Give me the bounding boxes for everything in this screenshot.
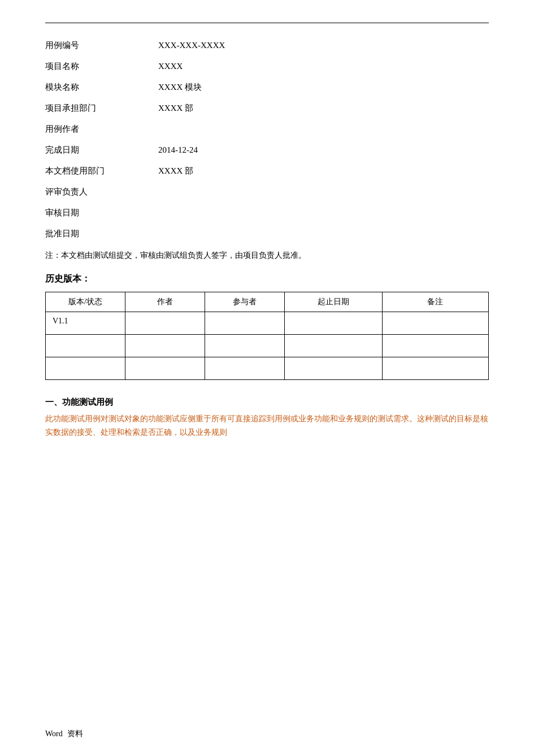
table-row: V1.1 bbox=[46, 312, 489, 335]
info-row: 完成日期2014-12-24 bbox=[45, 145, 489, 155]
info-row: 审核日期 bbox=[45, 208, 489, 218]
table-cell-2-3 bbox=[285, 357, 382, 380]
info-row: 项目名称XXXX bbox=[45, 61, 489, 72]
info-section: 用例编号XXX-XXX-XXXX项目名称XXXX模块名称XXXX 模块项目承担部… bbox=[45, 40, 489, 239]
table-cell-0-3 bbox=[285, 312, 382, 335]
info-label-0: 用例编号 bbox=[45, 40, 158, 51]
info-label-7: 评审负责人 bbox=[45, 187, 158, 197]
info-row: 模块名称XXXX 模块 bbox=[45, 82, 489, 93]
main-section-body: 此功能测试用例对测试对象的功能测试应侧重于所有可直接追踪到用例或业务功能和业务规… bbox=[45, 412, 489, 439]
footer-area: Word 资料 bbox=[45, 729, 83, 739]
table-cell-0-0: V1.1 bbox=[46, 312, 125, 335]
footer-resource: 资料 bbox=[67, 729, 83, 739]
info-label-9: 批准日期 bbox=[45, 228, 158, 239]
page: 用例编号XXX-XXX-XXXX项目名称XXXX模块名称XXXX 模块项目承担部… bbox=[0, 0, 534, 756]
info-label-6: 本文档使用部门 bbox=[45, 166, 158, 176]
note-label: 注：本文档由测试组提交，审核由测试组负责人签字，由项目负责人批准。 bbox=[45, 251, 306, 260]
table-cell-1-2 bbox=[205, 335, 285, 357]
info-value-1: XXXX bbox=[158, 62, 183, 71]
history-table: 版本/状态 作者 参与者 起止日期 备注 V1.1 bbox=[45, 292, 489, 380]
col-header-note: 备注 bbox=[382, 292, 488, 312]
info-label-1: 项目名称 bbox=[45, 61, 158, 72]
info-value-5: 2014-12-24 bbox=[158, 145, 198, 155]
info-label-2: 模块名称 bbox=[45, 82, 158, 93]
note-row: 注：本文档由测试组提交，审核由测试组负责人签字，由项目负责人批准。 bbox=[45, 249, 489, 262]
table-cell-1-4 bbox=[382, 335, 488, 357]
table-cell-2-4 bbox=[382, 357, 488, 380]
footer-word: Word bbox=[45, 729, 63, 738]
info-value-6: XXXX 部 bbox=[158, 166, 193, 176]
col-header-version: 版本/状态 bbox=[46, 292, 125, 312]
info-row: 用例编号XXX-XXX-XXXX bbox=[45, 40, 489, 51]
table-cell-0-4 bbox=[382, 312, 488, 335]
info-row: 本文档使用部门XXXX 部 bbox=[45, 166, 489, 176]
history-title: 历史版本： bbox=[45, 273, 489, 285]
info-label-4: 用例作者 bbox=[45, 124, 158, 135]
table-cell-1-3 bbox=[285, 335, 382, 357]
info-row: 评审负责人 bbox=[45, 187, 489, 197]
table-row bbox=[46, 357, 489, 380]
table-cell-2-0 bbox=[46, 357, 125, 380]
info-value-2: XXXX 模块 bbox=[158, 82, 202, 93]
info-row: 用例作者 bbox=[45, 124, 489, 135]
info-value-0: XXX-XXX-XXXX bbox=[158, 41, 225, 50]
table-row bbox=[46, 335, 489, 357]
col-header-participants: 参与者 bbox=[205, 292, 285, 312]
table-cell-2-2 bbox=[205, 357, 285, 380]
col-header-author: 作者 bbox=[125, 292, 205, 312]
top-divider bbox=[45, 23, 489, 23]
info-row: 项目承担部门XXXX 部 bbox=[45, 103, 489, 114]
table-cell-1-0 bbox=[46, 335, 125, 357]
table-cell-0-1 bbox=[125, 312, 205, 335]
col-header-date: 起止日期 bbox=[285, 292, 382, 312]
info-value-3: XXXX 部 bbox=[158, 103, 193, 114]
table-cell-0-2 bbox=[205, 312, 285, 335]
info-label-3: 项目承担部门 bbox=[45, 103, 158, 114]
table-cell-1-1 bbox=[125, 335, 205, 357]
main-section-title: 一、功能测试用例 bbox=[45, 397, 489, 408]
info-label-5: 完成日期 bbox=[45, 145, 158, 155]
info-row: 批准日期 bbox=[45, 228, 489, 239]
table-cell-2-1 bbox=[125, 357, 205, 380]
info-label-8: 审核日期 bbox=[45, 208, 158, 218]
table-header-row: 版本/状态 作者 参与者 起止日期 备注 bbox=[46, 292, 489, 312]
